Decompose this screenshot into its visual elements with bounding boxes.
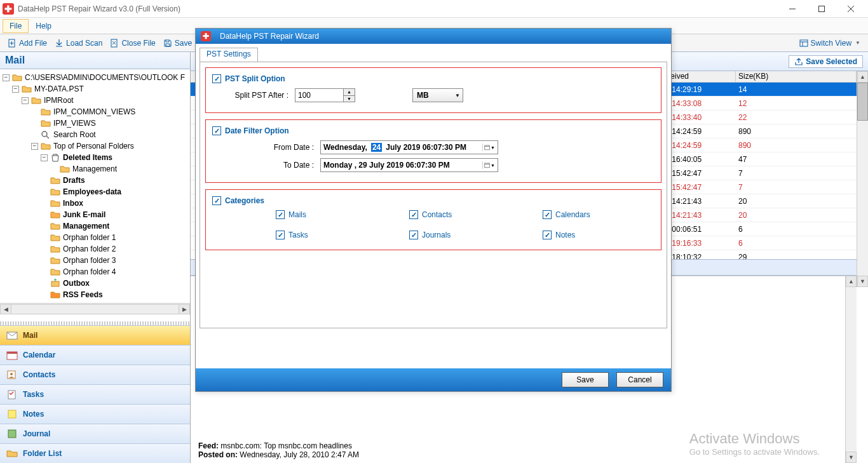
tree-node[interactable]: Search Root bbox=[0, 129, 190, 140]
svg-rect-18 bbox=[7, 352, 17, 354]
calendar-icon bbox=[484, 144, 490, 151]
message-list-scrollbar[interactable]: ▲ ▼ bbox=[857, 71, 868, 287]
checkbox[interactable] bbox=[543, 231, 552, 239]
tree-toggle[interactable]: − bbox=[12, 86, 19, 93]
tree-toggle[interactable]: − bbox=[41, 154, 48, 161]
menu-help[interactable]: Help bbox=[29, 19, 58, 33]
maximize-button[interactable] bbox=[807, 0, 836, 18]
category-mails[interactable]: Mails bbox=[276, 210, 365, 219]
tree-node[interactable]: Employees-data bbox=[0, 186, 190, 198]
scroll-up-icon[interactable]: ▲ bbox=[846, 276, 857, 287]
split-size-spinner[interactable]: ▲▼ bbox=[295, 88, 355, 102]
nav-folder_list[interactable]: Folder List bbox=[0, 443, 190, 463]
tree-node[interactable]: Management bbox=[0, 220, 190, 232]
spin-down-icon[interactable]: ▼ bbox=[344, 96, 355, 102]
nav-notes[interactable]: Notes bbox=[0, 404, 190, 424]
svg-rect-1 bbox=[819, 6, 825, 11]
close-file-icon bbox=[110, 39, 119, 48]
menu-file[interactable]: File bbox=[3, 19, 29, 33]
dropdown-icon: ▼ bbox=[855, 40, 860, 46]
tree-node[interactable]: −Top of Personal Folders bbox=[0, 140, 190, 152]
scroll-down-icon[interactable]: ▼ bbox=[857, 276, 868, 287]
tree-node[interactable]: Junk E-mail bbox=[0, 209, 190, 220]
scroll-right-icon[interactable]: ▶ bbox=[179, 304, 190, 314]
split-size-input[interactable] bbox=[295, 89, 343, 102]
checkbox[interactable] bbox=[409, 210, 418, 219]
tree-node[interactable]: Orphan folder 3 bbox=[0, 255, 190, 266]
save-icon bbox=[163, 39, 172, 48]
cancel-button[interactable]: Cancel bbox=[616, 372, 663, 387]
tree-node[interactable]: RSS Feeds bbox=[0, 289, 190, 300]
categories-checkbox[interactable] bbox=[212, 196, 221, 205]
tree-toggle[interactable]: − bbox=[22, 97, 29, 104]
minimize-button[interactable] bbox=[778, 0, 807, 18]
spin-up-icon[interactable]: ▲ bbox=[344, 89, 355, 96]
tab-pst-settings[interactable]: PST Settings bbox=[200, 48, 258, 62]
tree-toggle[interactable]: − bbox=[31, 143, 38, 150]
scroll-up-icon[interactable]: ▲ bbox=[857, 71, 868, 83]
pst-settings-dialog: ✚ DataHelp PST Repair Wizard PST Setting… bbox=[195, 28, 672, 392]
tree-node[interactable]: Drafts bbox=[0, 175, 190, 186]
split-unit-combo[interactable]: MB ▼ bbox=[412, 88, 463, 102]
tree-node[interactable]: −Deleted Items bbox=[0, 152, 190, 163]
col-size[interactable]: Size(KB) bbox=[736, 71, 857, 82]
folder-tree[interactable]: −C:\USERS\ADMIN\DOCUMENTS\OUTLOOK F−MY-D… bbox=[0, 69, 190, 303]
to-date-label: To Date : bbox=[231, 161, 314, 170]
pst-split-checkbox[interactable] bbox=[212, 74, 221, 83]
tree-toggle[interactable]: − bbox=[3, 74, 10, 81]
tree-node[interactable]: Inbox bbox=[0, 198, 190, 209]
switch-view-button[interactable]: Switch View ▼ bbox=[796, 37, 864, 49]
titlebar: ✚ DataHelp PST Repair Wizard v3.0 (Full … bbox=[0, 0, 868, 18]
tree-node[interactable]: −MY-DATA.PST bbox=[0, 83, 190, 95]
tree-node[interactable]: Orphan folder 2 bbox=[0, 243, 190, 255]
to-date-picker[interactable]: Monday , 29 July 2019 06:07:30 PM ▼ bbox=[320, 158, 498, 172]
svg-rect-21 bbox=[8, 391, 15, 399]
close-button[interactable] bbox=[836, 0, 865, 18]
tree-node[interactable]: Management bbox=[0, 163, 190, 175]
category-calendars[interactable]: Calendars bbox=[543, 210, 632, 219]
checkbox[interactable] bbox=[543, 210, 552, 219]
download-icon bbox=[55, 39, 64, 48]
app-icon: ✚ bbox=[3, 3, 14, 15]
nav-contacts[interactable]: Contacts bbox=[0, 365, 190, 384]
nav-tasks[interactable]: Tasks bbox=[0, 384, 190, 404]
scroll-left-icon[interactable]: ◀ bbox=[0, 304, 11, 314]
close-file-button[interactable]: Close File bbox=[106, 37, 159, 49]
tree-node[interactable]: −C:\USERS\ADMIN\DOCUMENTS\OUTLOOK F bbox=[0, 72, 190, 83]
categories-group: Categories MailsContactsCalendarsTasksJo… bbox=[205, 189, 661, 250]
load-scan-button[interactable]: Load Scan bbox=[51, 37, 106, 49]
nav-mail[interactable]: Mail bbox=[0, 325, 190, 345]
svg-rect-15 bbox=[51, 281, 59, 286]
checkbox[interactable] bbox=[409, 231, 418, 239]
tree-node[interactable]: Orphan folder 1 bbox=[0, 232, 190, 243]
save-selected-button[interactable]: Save Selected bbox=[789, 55, 863, 68]
date-filter-checkbox[interactable] bbox=[212, 126, 221, 135]
nav-calendar[interactable]: Calendar bbox=[0, 345, 190, 365]
save-button[interactable]: Save bbox=[562, 372, 609, 387]
tree-node[interactable]: −IPMRoot bbox=[0, 95, 190, 106]
tree-node[interactable]: IPM_COMMON_VIEWS bbox=[0, 106, 190, 117]
from-date-picker[interactable]: Wednesday, 24 July 2019 06:07:30 PM ▼ bbox=[320, 140, 498, 154]
chevron-down-icon: ▼ bbox=[455, 93, 460, 98]
preview-scrollbar[interactable]: ▲ ▼ bbox=[845, 276, 857, 464]
horizontal-scrollbar[interactable]: ◀ ▶ bbox=[0, 303, 190, 314]
nav-journal[interactable]: Journal bbox=[0, 424, 190, 443]
category-contacts[interactable]: Contacts bbox=[409, 210, 498, 219]
add-file-button[interactable]: Add File bbox=[4, 37, 51, 49]
category-notes[interactable]: Notes bbox=[543, 231, 632, 239]
svg-rect-26 bbox=[485, 163, 490, 168]
tree-node[interactable]: IPM_VIEWS bbox=[0, 117, 190, 129]
tree-node[interactable]: Outbox bbox=[0, 278, 190, 289]
nav-buttons: MailCalendarContactsTasksNotesJournalFol… bbox=[0, 325, 190, 463]
svg-rect-23 bbox=[8, 430, 16, 438]
split-after-label: Split PST After : bbox=[231, 91, 288, 100]
checkbox[interactable] bbox=[276, 231, 285, 239]
category-tasks[interactable]: Tasks bbox=[276, 231, 365, 239]
tree-node[interactable]: Orphan folder 4 bbox=[0, 266, 190, 278]
save-button[interactable]: Save bbox=[159, 37, 196, 49]
checkbox[interactable] bbox=[276, 210, 285, 219]
windows-watermark: Activate Windows Go to Settings to activ… bbox=[689, 431, 820, 457]
plus-file-icon bbox=[8, 39, 17, 48]
category-journals[interactable]: Journals bbox=[409, 231, 498, 239]
scroll-down-icon[interactable]: ▼ bbox=[846, 452, 857, 463]
